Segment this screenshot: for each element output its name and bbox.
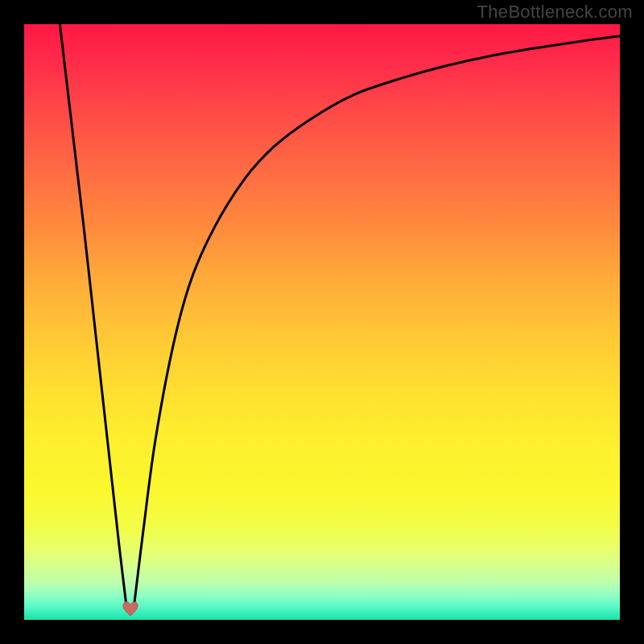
curve-path-left — [60, 24, 126, 608]
curve-path-right — [134, 36, 620, 608]
heart-marker — [121, 599, 140, 617]
watermark-text: TheBottleneck.com — [477, 2, 633, 23]
plot-area — [24, 24, 620, 620]
heart-icon — [122, 602, 138, 616]
bottleneck-curve — [24, 24, 620, 620]
